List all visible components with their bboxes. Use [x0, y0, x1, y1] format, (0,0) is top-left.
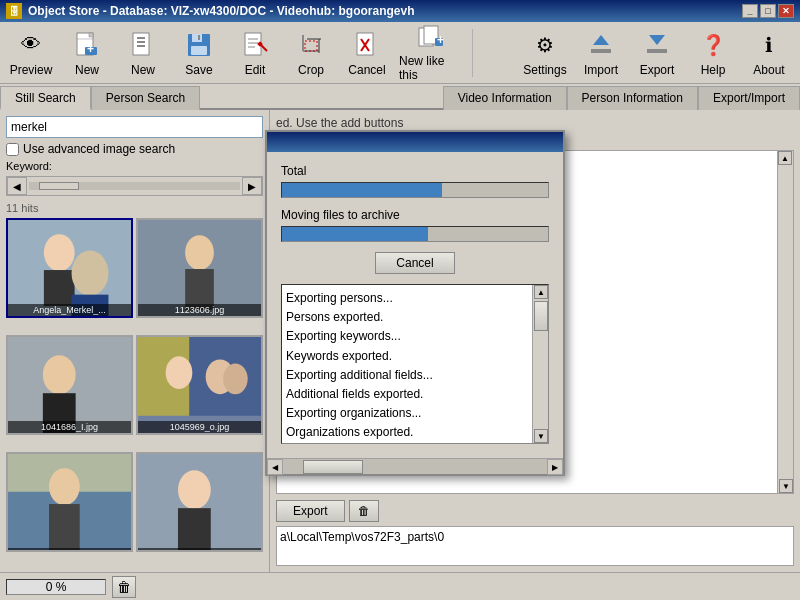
dialog-hscroll: ◀ ▶: [267, 458, 563, 474]
log-line: Exporting persons...: [286, 289, 544, 308]
log-line: Organizations exported.: [286, 423, 544, 442]
log-content: Exporting persons...Persons exported.Exp…: [282, 285, 548, 444]
total-label: Total: [281, 164, 549, 178]
dialog-body: Total Moving files to archive Cancel Exp…: [267, 152, 563, 458]
log-area: Exporting persons...Persons exported.Exp…: [281, 284, 549, 444]
hscroll-track: [283, 459, 547, 474]
log-line: Keywords exported.: [286, 347, 544, 366]
dialog-titlebar: [267, 132, 563, 152]
hscroll-left-btn[interactable]: ◀: [267, 459, 283, 475]
log-line: Additional fields exported.: [286, 385, 544, 404]
log-scroll-down[interactable]: ▼: [534, 429, 548, 443]
log-line: Exporting additional fields...: [286, 366, 544, 385]
log-scrollbar-thumb[interactable]: [534, 301, 548, 331]
dialog-overlay: Total Moving files to archive Cancel Exp…: [0, 0, 800, 600]
log-scroll-up[interactable]: ▲: [534, 285, 548, 299]
hscroll-right-btn[interactable]: ▶: [547, 459, 563, 475]
export-dialog: Total Moving files to archive Cancel Exp…: [265, 130, 565, 476]
total-progress-fill: [282, 183, 442, 197]
moving-progress-fill: [282, 227, 428, 241]
dialog-cancel-button[interactable]: Cancel: [375, 252, 454, 274]
log-line: Exporting icons...: [286, 443, 544, 445]
moving-progress-bar: [281, 226, 549, 242]
log-line: Persons exported.: [286, 308, 544, 327]
moving-label: Moving files to archive: [281, 208, 549, 222]
log-line: Exporting organizations...: [286, 404, 544, 423]
log-line: Exporting keywords...: [286, 327, 544, 346]
log-scrollbar[interactable]: ▲ ▼: [532, 285, 548, 443]
total-progress-bar: [281, 182, 549, 198]
hscroll-thumb[interactable]: [303, 460, 363, 474]
